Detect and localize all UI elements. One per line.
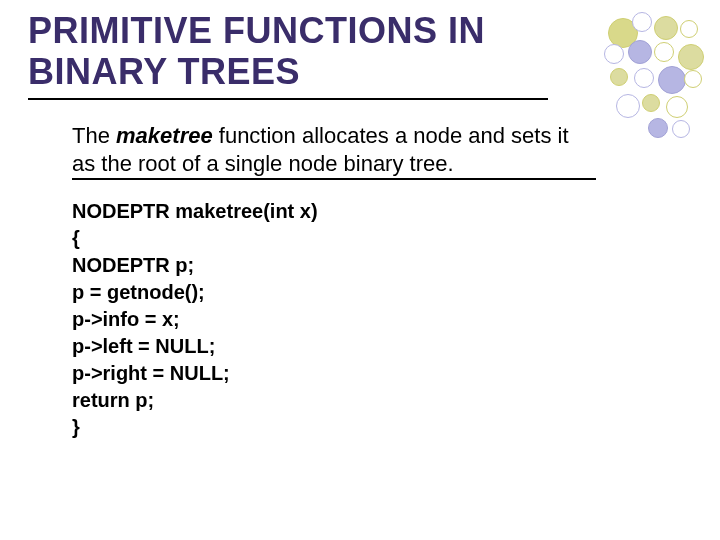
code-line: } xyxy=(72,414,592,441)
code-line: return p; xyxy=(72,387,592,414)
slide-title: PRIMITIVE FUNCTIONS IN BINARY TREES xyxy=(28,10,588,93)
code-line: p->left = NULL; xyxy=(72,333,592,360)
description: The maketree function allocates a node a… xyxy=(72,122,592,177)
description-pre: The xyxy=(72,123,116,148)
dot-icon xyxy=(648,118,668,138)
dot-icon xyxy=(666,96,688,118)
dot-icon xyxy=(678,44,704,70)
dot-icon xyxy=(684,70,702,88)
dot-icon xyxy=(610,68,628,86)
code-block: NODEPTR maketree(int x){NODEPTR p;p = ge… xyxy=(72,198,592,441)
code-line: p->info = x; xyxy=(72,306,592,333)
code-line: { xyxy=(72,225,592,252)
dot-icon xyxy=(642,94,660,112)
dot-icon xyxy=(658,66,686,94)
description-underline xyxy=(72,178,596,180)
dot-icon xyxy=(604,44,624,64)
dot-icon xyxy=(680,20,698,38)
dot-icon xyxy=(654,16,678,40)
code-line: NODEPTR maketree(int x) xyxy=(72,198,592,225)
title-underline xyxy=(28,98,548,100)
dot-icon xyxy=(654,42,674,62)
dot-icon xyxy=(632,12,652,32)
code-line: p->right = NULL; xyxy=(72,360,592,387)
code-line: p = getnode(); xyxy=(72,279,592,306)
code-line: NODEPTR p; xyxy=(72,252,592,279)
corner-dots-decoration xyxy=(598,10,708,150)
slide: PRIMITIVE FUNCTIONS IN BINARY TREES The … xyxy=(0,0,720,540)
description-keyword: maketree xyxy=(116,123,213,148)
dot-icon xyxy=(634,68,654,88)
dot-icon xyxy=(628,40,652,64)
dot-icon xyxy=(672,120,690,138)
dot-icon xyxy=(616,94,640,118)
